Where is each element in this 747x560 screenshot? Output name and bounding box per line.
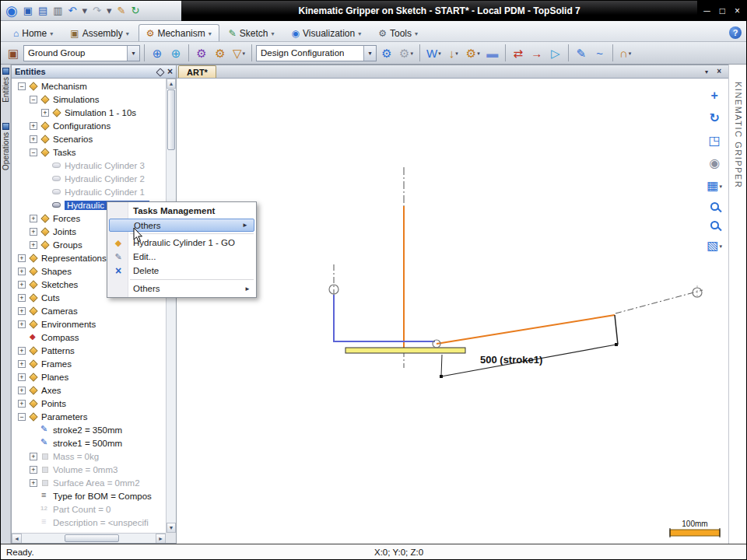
mechanism-wizard-icon[interactable]: ▣ bbox=[5, 44, 22, 62]
expand-icon[interactable]: + bbox=[18, 360, 26, 368]
zoom-extents-icon[interactable]: ◳ bbox=[709, 135, 721, 147]
expand-icon[interactable]: + bbox=[30, 228, 37, 236]
dynamic-pair-icon[interactable]: ⚙▾ bbox=[397, 44, 416, 62]
minimize-button[interactable]: ─ bbox=[703, 5, 710, 16]
standard-views-icon[interactable]: ▦▾ bbox=[707, 180, 722, 192]
tree-item-axes[interactable]: +Axes bbox=[12, 383, 166, 397]
expand-icon[interactable]: + bbox=[18, 268, 26, 275]
tree-item-patterns[interactable]: +Patterns bbox=[12, 344, 166, 357]
chevron-down-icon[interactable]: ▾ bbox=[127, 46, 139, 61]
scrollbar-thumb[interactable] bbox=[65, 534, 119, 542]
curve-icon[interactable]: ~ bbox=[591, 44, 608, 62]
expand-icon[interactable]: + bbox=[30, 122, 37, 130]
kinematic-pair-icon[interactable]: ⚙ bbox=[378, 44, 395, 62]
tree-item-mechanism[interactable]: −Mechanism bbox=[12, 79, 166, 93]
panel-close-icon[interactable]: × bbox=[167, 67, 173, 76]
tree-item-scenarios[interactable]: +Scenarios bbox=[12, 132, 166, 145]
vertical-scrollbar[interactable]: ▲ ▼ bbox=[166, 79, 176, 533]
expand-icon[interactable]: + bbox=[30, 241, 37, 249]
scroll-right-icon[interactable]: ► bbox=[156, 534, 166, 543]
help-icon[interactable]: ? bbox=[729, 26, 742, 39]
scrollbar-thumb[interactable] bbox=[167, 89, 175, 150]
expand-icon[interactable]: + bbox=[18, 347, 26, 355]
expand-icon[interactable]: + bbox=[18, 400, 26, 408]
tree-item-environments[interactable]: +Environments bbox=[12, 317, 166, 331]
scroll-down-icon[interactable]: ▼ bbox=[167, 523, 176, 533]
motor-icon[interactable]: ⚙▾ bbox=[464, 44, 482, 62]
expand-icon[interactable]: + bbox=[18, 254, 26, 262]
zoom-window-icon[interactable] bbox=[710, 202, 719, 211]
collapse-icon[interactable]: − bbox=[18, 413, 26, 421]
tree-item-hydraulic-cylinder-2[interactable]: Hydraulic Cylinder 2 bbox=[12, 172, 166, 185]
chevron-down-icon[interactable]: ▾ bbox=[363, 46, 376, 61]
tab-mechanism[interactable]: ⚙Mechanism▾ bbox=[139, 24, 219, 41]
menu-item-edit[interactable]: ✎Edit... bbox=[107, 250, 256, 264]
ground-group-combo[interactable]: Ground Group▾ bbox=[23, 45, 140, 61]
tree-item-description-unspecifi[interactable]: Description = <unspecifi bbox=[12, 516, 166, 529]
create-group-icon[interactable]: ⊕ bbox=[149, 44, 166, 62]
tree-item-simulations[interactable]: −Simulations bbox=[12, 93, 166, 106]
tree-item-cameras[interactable]: +Cameras bbox=[12, 304, 166, 317]
export-motion-icon[interactable]: ⇄ bbox=[510, 44, 527, 62]
expand-icon[interactable]: + bbox=[30, 215, 37, 222]
sketch-viewport[interactable]: 500 (stroke1) 100mm +↻◳◉▦▾▧▾ bbox=[177, 79, 728, 544]
pivot-joint-icon[interactable]: ⚙ bbox=[193, 44, 210, 62]
expand-icon[interactable]: + bbox=[18, 294, 26, 302]
tab-visualization[interactable]: ◉Visualization▾ bbox=[284, 24, 370, 41]
pin-icon[interactable] bbox=[156, 68, 164, 76]
analysis-curve-icon[interactable]: ∩▾ bbox=[617, 44, 634, 62]
scroll-left-icon[interactable]: ◄ bbox=[12, 534, 22, 543]
menu-item-others[interactable]: Others► bbox=[107, 282, 256, 296]
tree-item-simulation-1-10s[interactable]: +Simulation 1 - 10s bbox=[12, 106, 166, 119]
measure-icon[interactable]: ▬ bbox=[484, 44, 501, 62]
tree-item-type-for-bom-compos[interactable]: Type for BOM = Compos bbox=[12, 489, 166, 502]
tab-tools[interactable]: ⚙Tools▾ bbox=[370, 24, 426, 41]
tab-list-icon[interactable]: ▾ bbox=[705, 68, 708, 75]
tree-item-stroke1-500mm[interactable]: stroke1 = 500mm bbox=[12, 436, 166, 450]
edit-in-place-icon[interactable]: ✎ bbox=[115, 5, 127, 16]
undo-icon[interactable]: ↶ bbox=[67, 5, 79, 16]
menu-item-hydraulic-cylinder-1-go[interactable]: ◆Hydraulic Cylinder 1 - GO bbox=[107, 236, 256, 250]
tree-item-surface-area-0mm2[interactable]: +Surface Area = 0mm2 bbox=[12, 476, 166, 489]
tree-item-frames[interactable]: +Frames bbox=[12, 357, 166, 370]
horizontal-scrollbar[interactable]: ◄ ► bbox=[12, 533, 166, 543]
collapse-icon[interactable]: − bbox=[18, 82, 26, 90]
menu-item-others[interactable]: Others► bbox=[109, 219, 254, 232]
expand-icon[interactable]: + bbox=[18, 307, 26, 315]
slider-joint-icon[interactable]: ⚙ bbox=[212, 44, 229, 62]
tree-item-tasks[interactable]: −Tasks bbox=[12, 145, 166, 159]
pan-icon[interactable]: + bbox=[711, 89, 718, 102]
side-tab-operations[interactable]: Operations bbox=[2, 123, 10, 170]
tree-item-configurations[interactable]: +Configurations bbox=[12, 119, 166, 132]
import-motion-icon[interactable]: → bbox=[528, 44, 545, 62]
close-button[interactable]: × bbox=[735, 5, 740, 16]
gravity-icon[interactable]: ↓▾ bbox=[445, 44, 462, 62]
save-icon[interactable]: ▣ bbox=[22, 5, 34, 16]
orbit-icon[interactable]: ◉ bbox=[709, 157, 720, 170]
spring-icon[interactable]: W▾ bbox=[424, 44, 444, 62]
scroll-up-icon[interactable]: ▲ bbox=[167, 79, 176, 89]
tree-item-planes[interactable]: +Planes bbox=[12, 370, 166, 383]
tab-home[interactable]: ⌂Home▾ bbox=[5, 24, 61, 41]
tree-item-compass[interactable]: Compass bbox=[12, 331, 166, 344]
sketch-canvas[interactable]: 500 (stroke1) 100mm bbox=[177, 79, 728, 546]
expand-icon[interactable]: + bbox=[30, 135, 37, 143]
design-configuration-combo[interactable]: Design Configuration▾ bbox=[256, 45, 377, 61]
expand-icon[interactable]: + bbox=[18, 387, 26, 394]
expand-icon[interactable]: + bbox=[18, 373, 26, 381]
refresh-icon[interactable]: ↻ bbox=[129, 5, 141, 16]
tree-item-mass-0kg[interactable]: +Mass = 0kg bbox=[12, 450, 166, 463]
collapse-icon[interactable]: − bbox=[30, 149, 37, 156]
expand-icon[interactable]: + bbox=[18, 281, 26, 289]
redo-icon[interactable]: ↷ bbox=[91, 5, 103, 16]
side-tab-entities[interactable]: Entities bbox=[2, 68, 10, 103]
redo-history-icon[interactable]: ▾ bbox=[105, 5, 114, 16]
expand-icon[interactable]: + bbox=[18, 320, 26, 328]
tab-assembly[interactable]: ▣Assembly▾ bbox=[62, 24, 136, 41]
maximize-button[interactable]: □ bbox=[720, 5, 725, 16]
undo-history-icon[interactable]: ▾ bbox=[81, 5, 89, 16]
joint-filter-icon[interactable]: ▽▾ bbox=[230, 44, 247, 62]
document-tab[interactable]: ART* bbox=[178, 65, 216, 78]
publish-icon[interactable]: ▷ bbox=[547, 44, 564, 62]
tree-item-part-count-0[interactable]: Part Count = 0 bbox=[12, 502, 166, 516]
